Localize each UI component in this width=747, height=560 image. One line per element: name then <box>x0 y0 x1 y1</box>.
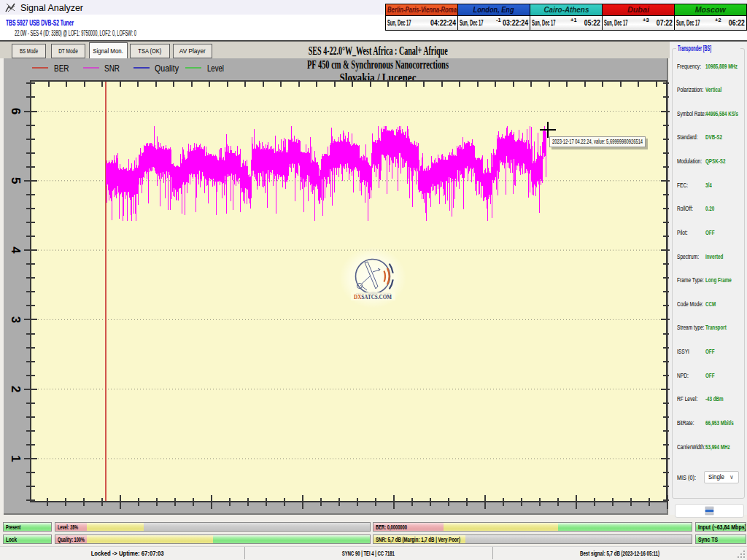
svg-text:3: 3 <box>9 316 23 323</box>
svg-text:4: 4 <box>9 246 23 254</box>
svg-text:2: 2 <box>9 386 23 392</box>
svg-text:1: 1 <box>9 455 23 462</box>
svg-text:DXSATCS.COM: DXSATCS.COM <box>354 293 392 300</box>
svg-text:5: 5 <box>9 177 23 184</box>
svg-text:6: 6 <box>9 108 23 114</box>
